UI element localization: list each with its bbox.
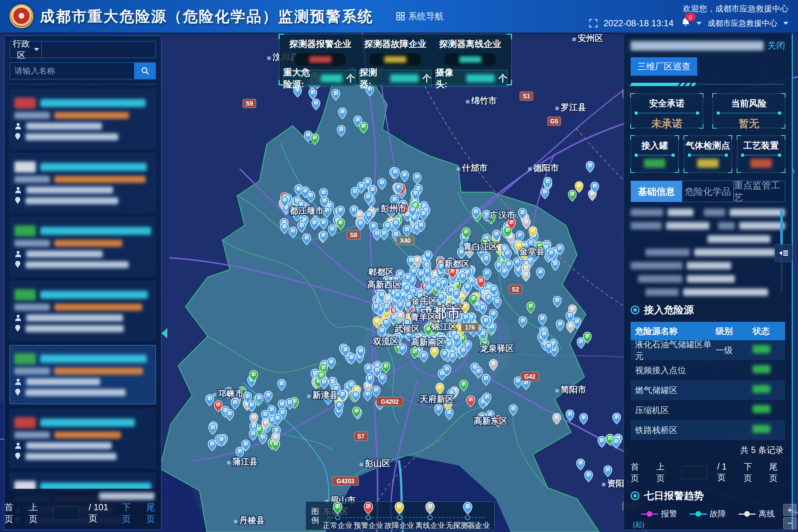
first-page-link[interactable]: 首页 xyxy=(4,501,19,525)
map-place-label: 简阳市 xyxy=(560,385,586,394)
map-legend: 图例 正常企业 预警企业 故障企业 离线企业 无探测器企业 xyxy=(306,501,495,530)
status-badge-blurred xyxy=(14,98,36,109)
map-place-label: 新都区 xyxy=(444,259,470,269)
datetime: 2022-08-18 13:14 xyxy=(604,18,674,28)
next-page-link[interactable]: 下页 xyxy=(122,501,137,525)
map-place-label: 高新西区 xyxy=(367,280,401,289)
field-label-blurred xyxy=(14,304,50,311)
tab-hazardous-chemicals[interactable]: 危险化学品 xyxy=(682,181,733,202)
company-card[interactable] xyxy=(10,409,156,468)
safety-commitment-box: 安全承诺 未承诺 xyxy=(631,93,703,128)
address-blurred xyxy=(25,133,118,140)
plant-3d-tour-button[interactable]: 三维厂区巡查 xyxy=(631,57,697,76)
tab-basic-info[interactable]: 基础信息 xyxy=(631,181,682,202)
location-icon xyxy=(14,133,21,140)
stat-column: 探测器报警企业 xyxy=(283,38,358,66)
svg-text:S8: S8 xyxy=(350,232,357,238)
prev-page-link[interactable]: 上页 xyxy=(656,461,672,484)
system-nav-label[interactable]: 系统导航 xyxy=(408,10,444,22)
legend-item[interactable]: 故障 xyxy=(690,508,726,519)
first-page-link[interactable]: 首页 xyxy=(631,461,647,484)
records-count-blurred xyxy=(99,492,154,500)
metric-box: 接入罐 xyxy=(631,136,679,173)
hazard-table-row[interactable]: 燃气储罐区 xyxy=(631,380,785,400)
sidebar-collapse-icon[interactable] xyxy=(161,328,167,338)
page-number-input[interactable] xyxy=(682,466,707,479)
system-nav[interactable]: 系统导航 xyxy=(396,10,444,22)
map-place-label: 双流区 xyxy=(373,337,399,346)
panel-slide-toggle[interactable] xyxy=(775,244,792,262)
company-card[interactable] xyxy=(10,345,156,404)
legend-item[interactable]: 离线 xyxy=(739,508,775,519)
map-place-label: 邛崃市 xyxy=(218,389,244,398)
hazard-table-row[interactable]: 压缩机区 xyxy=(631,400,785,420)
last-page-link[interactable]: 尾页 xyxy=(146,501,161,525)
zoom-in-button[interactable]: + xyxy=(783,504,797,516)
radio-icon xyxy=(631,306,640,314)
sidebar-pagination: 首页 上页 / 101页 下页 尾页 xyxy=(4,489,161,529)
field-label-blurred xyxy=(14,432,50,439)
search-button[interactable] xyxy=(134,62,156,79)
field-label-blurred xyxy=(14,176,50,183)
notification-bell[interactable]: 0 xyxy=(681,17,690,29)
last-page-link[interactable]: 尾页 xyxy=(769,461,785,484)
prev-page-link[interactable]: 上页 xyxy=(29,501,44,525)
company-card[interactable] xyxy=(10,89,156,149)
trend-legend: 报警故障离线 xyxy=(631,508,785,519)
company-card[interactable] xyxy=(10,153,156,212)
map-pin-icon xyxy=(332,501,343,515)
divider xyxy=(10,84,156,85)
status-blurred xyxy=(753,425,770,433)
map-place-label: 丹棱县 xyxy=(239,515,265,525)
region-filter-dropdown[interactable]: 行政区 xyxy=(10,41,42,58)
slide-menu-icon xyxy=(778,249,789,258)
company-card[interactable] xyxy=(10,217,156,276)
hazard-table: 危险源名称 级别 状态 液化石油气储罐区单元一级 视频接入点位 燃气储罐区 压缩… xyxy=(631,322,785,440)
road-badge: S8 xyxy=(347,231,360,239)
trend-chart: (起)00.30.60.91.28-128-138-148-158-168-17… xyxy=(631,519,785,532)
stat-value-blurred xyxy=(309,56,331,63)
close-panel-link[interactable]: 关闭 xyxy=(767,40,785,51)
hazard-table-row[interactable]: 液化石油气储罐区单元一级 xyxy=(631,340,785,360)
hazard-table-row[interactable]: 视频接入点位 xyxy=(631,360,785,380)
status-badge-blurred xyxy=(14,417,36,428)
stat-value-blurred xyxy=(384,56,406,63)
status-blurred xyxy=(753,345,770,353)
next-page-link[interactable]: 下页 xyxy=(744,461,760,484)
contact-blurred xyxy=(26,250,103,258)
person-icon xyxy=(14,186,22,194)
map-place-label: 安州区 xyxy=(578,33,603,43)
status-blurred xyxy=(753,405,770,413)
road-badge: S7 xyxy=(354,432,368,441)
org-selector[interactable]: 成都市应急救援中心 xyxy=(707,18,777,28)
company-detail-panel: 关闭 三维厂区巡查 安全承诺 未承诺 当前风险 暂无 接入罐 气体检测点 工艺装… xyxy=(624,33,793,530)
stat-column: 探测器故障企业 xyxy=(358,38,433,66)
header: 成都市重大危险源（危险化学品）监测预警系统 系统导航 欢迎您，成都市应急救援中心… xyxy=(0,0,798,33)
legend-item: 离线企业 xyxy=(415,501,446,531)
company-card[interactable] xyxy=(10,281,156,340)
hazard-table-row[interactable]: 铁路栈桥区 xyxy=(631,420,785,440)
chevron-down-icon xyxy=(34,48,39,51)
person-icon xyxy=(14,378,22,385)
map-place-label: 高新南区 xyxy=(411,337,445,347)
map-place-label: 新津县 xyxy=(312,390,338,400)
stats-panel: 探测器报警企业 探测器故障企业 探测器离线企业 重大危险源: 个 探测器: 个 … xyxy=(279,34,512,85)
stat-value-blurred xyxy=(459,56,481,63)
region-value-input[interactable] xyxy=(42,41,156,58)
fullscreen-icon[interactable] xyxy=(589,19,598,28)
legend-item[interactable]: 报警 xyxy=(641,508,677,519)
svg-text:S1: S1 xyxy=(523,93,530,99)
svg-text:176: 176 xyxy=(465,324,475,331)
chevron-down-icon[interactable] xyxy=(696,22,702,25)
tab-key-supervision[interactable]: 重点监管工艺 xyxy=(734,181,785,202)
company-title-blurred xyxy=(40,163,147,171)
zoom-out-button[interactable]: − xyxy=(783,517,797,529)
road-badge: S1 xyxy=(520,92,533,100)
search-input[interactable] xyxy=(10,62,134,79)
svg-text:S7: S7 xyxy=(357,433,365,440)
legend-item: 无探测器企业 xyxy=(446,501,490,531)
contact-blurred xyxy=(26,314,123,321)
chevron-down-icon[interactable] xyxy=(783,22,788,25)
risk-value: 暂无 xyxy=(713,117,785,131)
page-number-input[interactable] xyxy=(53,507,79,520)
